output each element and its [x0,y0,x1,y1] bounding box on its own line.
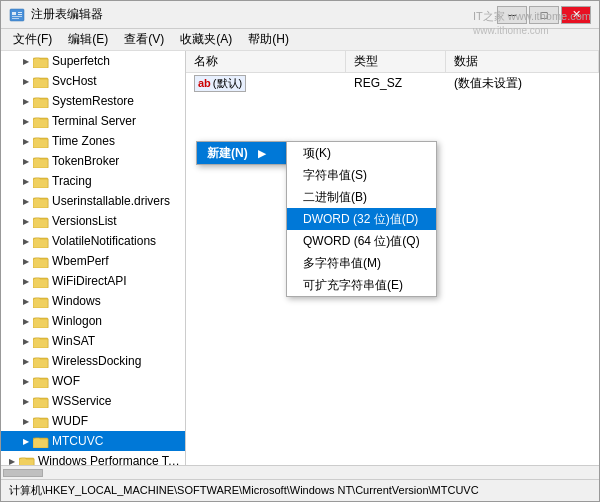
tree-item[interactable]: ▶ WSService [1,391,185,411]
new-submenu[interactable]: 项(K)字符串值(S)二进制值(B)DWORD (32 位)值(D)QWORD … [286,141,437,297]
tree-arrow-icon: ▶ [19,374,33,388]
tree-arrow-icon: ▶ [19,274,33,288]
folder-icon [33,74,49,88]
menu-item[interactable]: 文件(F) [5,29,60,50]
folder-icon [33,154,49,168]
tree-item[interactable]: ▶ TokenBroker [1,151,185,171]
table-row[interactable]: ab(默认)REG_SZ(数值未设置) [186,73,599,93]
tree-item[interactable]: ▶ SystemRestore [1,91,185,111]
tree-item[interactable]: ▶ Winlogon [1,311,185,331]
tree-item[interactable]: ▶ VolatileNotifications [1,231,185,251]
tree-item-label: Tracing [52,174,92,188]
tree-item-label: SvcHost [52,74,97,88]
submenu-item[interactable]: 字符串值(S) [287,164,436,186]
submenu-item[interactable]: QWORD (64 位)值(Q) [287,230,436,252]
folder-icon [33,174,49,188]
submenu-item[interactable]: 可扩充字符串值(E) [287,274,436,296]
tree-arrow-icon: ▶ [19,194,33,208]
app-icon [9,7,25,23]
tree-arrow-icon: ▶ [19,74,33,88]
tree-item-label: WUDF [52,414,88,428]
svg-rect-2 [18,12,22,13]
folder-icon [33,394,49,408]
tree-item[interactable]: ▶ Time Zones [1,131,185,151]
menu-item[interactable]: 帮助(H) [240,29,297,50]
window-title: 注册表编辑器 [31,6,497,23]
folder-icon [33,54,49,68]
col-name-header: 名称 [186,51,346,72]
menu-item[interactable]: 编辑(E) [60,29,116,50]
cell-type: REG_SZ [346,73,446,93]
svg-rect-1 [12,12,16,15]
tree-item-label: TokenBroker [52,154,119,168]
tree-item[interactable]: ▶ Tracing [1,171,185,191]
tree-item-label: WinSAT [52,334,95,348]
tree-item-label: WiFiDirectAPI [52,274,127,288]
submenu-item[interactable]: 项(K) [287,142,436,164]
tree-item[interactable]: ▶ Userinstallable.drivers [1,191,185,211]
tree-item[interactable]: ▶ Superfetch [1,51,185,71]
folder-icon [33,274,49,288]
tree-panel[interactable]: ▶ Superfetch▶ SvcHost▶ SystemRestore▶ Te… [1,51,186,465]
folder-icon [33,254,49,268]
folder-icon [33,414,49,428]
tree-item[interactable]: ▶ Windows Performance Toolkit [1,451,185,465]
col-data-header: 数据 [446,51,599,72]
tree-item[interactable]: ▶ Terminal Server [1,111,185,131]
svg-rect-5 [12,18,19,19]
submenu-item[interactable]: 多字符串值(M) [287,252,436,274]
tree-arrow-icon: ▶ [19,54,33,68]
tree-item-label: VersionsList [52,214,117,228]
tree-item-label: Userinstallable.drivers [52,194,170,208]
tree-item-label: WirelessDocking [52,354,141,368]
svg-rect-4 [12,16,22,17]
folder-icon [33,314,49,328]
tree-item[interactable]: ▶ WiFiDirectAPI [1,271,185,291]
tree-item[interactable]: ▶ WbemPerf [1,251,185,271]
tree-arrow-icon: ▶ [19,214,33,228]
tree-item[interactable]: ▶ WirelessDocking [1,351,185,371]
tree-item[interactable]: ▶ WUDF [1,411,185,431]
main-context-menu[interactable]: 新建(N) ▶ [196,141,287,165]
tree-item[interactable]: ▶ VersionsList [1,211,185,231]
menu-item[interactable]: 查看(V) [116,29,172,50]
tree-item-label: VolatileNotifications [52,234,156,248]
submenu-item[interactable]: 二进制值(B) [287,186,436,208]
registry-editor-window: IT之家 www.ithome.com www.ithome.com 注册表编辑… [0,0,600,502]
tree-arrow-icon: ▶ [19,94,33,108]
tree-arrow-icon: ▶ [19,354,33,368]
tree-arrow-icon: ▶ [19,234,33,248]
submenu-item[interactable]: DWORD (32 位)值(D) [287,208,436,230]
folder-icon [33,294,49,308]
watermark: IT之家 www.ithome.com www.ithome.com [473,9,591,38]
tree-arrow-icon: ▶ [19,334,33,348]
folder-icon [33,194,49,208]
tree-arrow-icon: ▶ [19,434,33,448]
tree-item-label: WSService [52,394,111,408]
folder-icon [19,454,35,465]
tree-item[interactable]: ▶ WOF [1,371,185,391]
tree-arrow-icon: ▶ [19,254,33,268]
folder-icon [33,374,49,388]
column-headers: 名称 类型 数据 [186,51,599,73]
tree-item-label: Superfetch [52,54,110,68]
hscroll-bar[interactable] [1,465,599,479]
tree-item[interactable]: ▶ Windows [1,291,185,311]
cell-name: ab(默认) [186,73,346,93]
menu-item[interactable]: 收藏夹(A) [172,29,240,50]
col-type-header: 类型 [346,51,446,72]
tree-item[interactable]: ▶ MTCUVC [1,431,185,451]
ctx-new-item[interactable]: 新建(N) ▶ [197,142,286,164]
tree-item[interactable]: ▶ WinSAT [1,331,185,351]
ab-icon: ab [198,77,211,89]
default-value-badge: ab(默认) [194,75,246,92]
folder-icon [33,214,49,228]
folder-icon [33,234,49,248]
tree-item-label: SystemRestore [52,94,134,108]
tree-arrow-icon: ▶ [5,454,19,465]
tree-arrow-icon: ▶ [19,134,33,148]
tree-item[interactable]: ▶ SvcHost [1,71,185,91]
tree-item-label: Windows Performance Toolkit [38,454,181,465]
tree-arrow-icon: ▶ [19,114,33,128]
tree-arrow-icon: ▶ [19,314,33,328]
